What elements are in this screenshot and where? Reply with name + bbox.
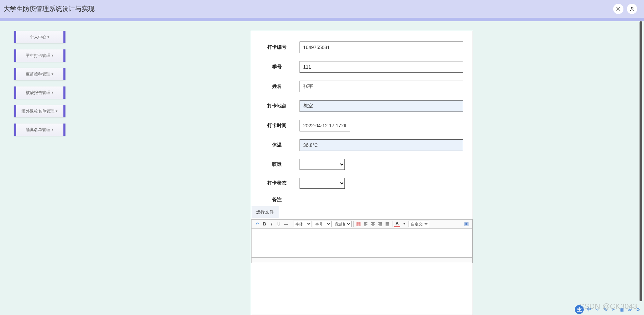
chevron-down-icon: ▼ [51,128,54,131]
label-location: 打卡地点 [261,103,293,109]
label-temperature: 体温 [261,142,293,148]
chevron-down-icon: ▼ [51,72,54,76]
align-center-icon[interactable] [370,221,376,227]
sidebar-item-personal[interactable]: 个人中心▼ [14,31,65,43]
font-color-icon[interactable]: A [394,221,400,227]
sidebar: 个人中心▼ 学生打卡管理▼ 疫苗接种管理▼ 核酸报告管理▼ 疆外返校名单管理▼ … [0,21,80,315]
input-temperature[interactable] [300,139,463,151]
tray-settings-icon[interactable]: ⚙ [635,306,641,313]
tray-main-icon[interactable]: 主 [575,305,584,314]
header: 大学生防疫管理系统设计与实现 [0,0,644,18]
align-right-icon[interactable] [377,221,383,227]
fullscreen-icon[interactable] [613,4,623,14]
sidebar-item-return[interactable]: 疆外返校名单管理▼ [14,105,65,117]
label-name: 姓名 [261,83,293,90]
horizontal-rule-icon[interactable]: — [283,221,289,227]
sidebar-item-label: 学生打卡管理 [26,53,50,59]
container: 个人中心▼ 学生打卡管理▼ 疫苗接种管理▼ 核酸报告管理▼ 疆外返校名单管理▼ … [0,21,644,315]
tray-icon-2[interactable]: ✧ [594,306,600,313]
tray-image-icon[interactable]: ▦ [619,306,625,313]
paragraph-select[interactable]: 段落格式 [333,221,352,227]
fullscreen-editor-icon[interactable] [463,221,470,227]
editor-toolbar: ↶ B I U — 字体 字号 段落格式 A ▼ 自定义标题 [251,219,473,229]
sidebar-item-quarantine[interactable]: 隔离名单管理▼ [14,124,65,136]
sidebar-item-label: 疫苗接种管理 [26,71,50,77]
svg-rect-23 [465,223,467,225]
sidebar-item-nucleic[interactable]: 核酸报告管理▼ [14,86,65,99]
input-name[interactable] [300,81,463,92]
header-icons [613,4,637,14]
editor-footer [251,258,473,263]
sidebar-item-checkin[interactable]: 学生打卡管理▼ [14,49,65,62]
bold-icon[interactable]: B [262,221,268,227]
align-justify-icon[interactable] [384,221,390,227]
tray-collapse-icon[interactable]: ≫ [627,306,633,313]
label-checkin-id: 打卡编号 [261,44,293,50]
scrollbar[interactable] [640,21,642,301]
chevron-down-icon: ▼ [55,109,58,113]
form-row-time: 打卡时间 [261,120,463,131]
chevron-down-icon: ▼ [47,35,50,39]
sidebar-item-vaccine[interactable]: 疫苗接种管理▼ [14,68,65,80]
form-row-location: 打卡地点 [261,100,463,112]
form-row-temperature: 体温 [261,139,463,151]
sub-header-bar [0,18,644,21]
select-status[interactable] [300,178,345,189]
form-row-status: 打卡状态 [261,178,463,189]
bottom-tray: 主 中 ✧ ✎ ✂ ▦ ≫ ⚙ [575,305,641,314]
label-remark: 备注 [261,197,293,203]
sidebar-item-label: 核酸报告管理 [26,90,50,96]
sidebar-item-label: 个人中心 [30,34,46,40]
font-size-select[interactable]: 字号 [313,221,332,227]
input-time[interactable] [300,120,350,131]
form-row-checkin-id: 打卡编号 [261,42,463,53]
form-row-student-id: 学号 [261,61,463,73]
sidebar-item-label: 疆外返校名单管理 [22,108,54,114]
italic-icon[interactable]: I [269,221,275,227]
input-student-id[interactable] [300,61,463,73]
tray-edit-icon[interactable]: ✎ [602,306,608,313]
sidebar-item-label: 隔离名单管理 [26,127,50,133]
input-checkin-id[interactable] [300,42,463,53]
svg-rect-1 [357,222,360,226]
tray-icon-1[interactable]: 中 [586,306,592,313]
label-status: 打卡状态 [261,180,293,186]
select-cough[interactable] [300,159,345,170]
input-location[interactable] [300,100,463,112]
chevron-down-icon: ▼ [51,91,54,94]
dropdown-icon[interactable]: ▼ [401,221,408,227]
align-left-icon[interactable] [363,221,369,227]
separator [392,221,392,227]
form-panel: 打卡编号 学号 姓名 打卡地点 打卡时间 [251,31,473,315]
underline-icon[interactable]: U [276,221,282,227]
chevron-down-icon: ▼ [51,54,54,57]
form-row-cough: 咳嗽 [261,159,463,170]
file-select-button[interactable]: 选择文件 [251,206,279,218]
separator [353,221,354,227]
form-row-remark: 备注 [261,197,463,203]
user-icon[interactable] [627,4,637,14]
custom-title-select[interactable]: 自定义标题 [409,221,429,227]
table-icon[interactable] [355,221,362,227]
tray-cut-icon[interactable]: ✂ [610,306,617,313]
font-family-select[interactable]: 字体 [293,221,312,227]
main-content: 打卡编号 学号 姓名 打卡地点 打卡时间 [80,21,644,315]
label-cough: 咳嗽 [261,161,293,167]
label-time: 打卡时间 [261,122,293,129]
undo-icon[interactable]: ↶ [254,221,260,227]
editor-body[interactable] [251,229,473,258]
page-title: 大学生防疫管理系统设计与实现 [3,4,95,13]
separator [291,221,291,227]
svg-point-0 [631,7,633,9]
form-row-name: 姓名 [261,81,463,92]
label-student-id: 学号 [261,64,293,70]
